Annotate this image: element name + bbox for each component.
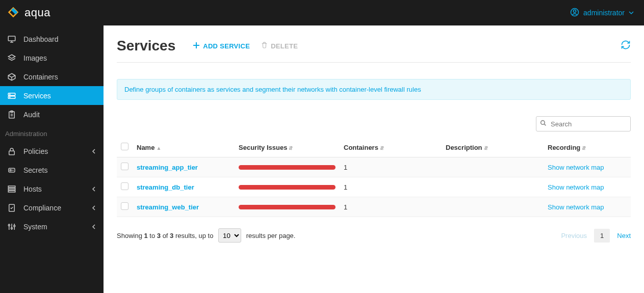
table-row: streaming_app_tier 1 Show network map [117,157,631,177]
user-avatar-icon [570,8,579,18]
page-header: Services ADD SERVICE DELETE [117,38,631,63]
security-issues-bar [239,205,336,209]
svg-point-30 [14,225,15,227]
svg-rect-17 [9,151,15,155]
sidebar-item-services[interactable]: Services [0,86,104,105]
column-header-containers[interactable]: Containers⇵ [340,138,442,157]
sidebar-item-label: Services [23,92,51,100]
description-cell [442,177,544,197]
sidebar-item-compliance[interactable]: Compliance [0,198,104,217]
services-table: Name▲ Security Issues⇵ Containers⇵ Descr… [117,138,631,217]
page-title: Services [117,38,175,54]
svg-point-11 [10,94,10,94]
service-name-link[interactable]: streaming_web_tier [137,203,199,211]
user-name: administrator [583,9,625,17]
row-checkbox[interactable] [121,202,128,210]
svg-line-34 [544,124,546,125]
svg-point-19 [10,169,11,171]
current-page-number: 1 [594,229,610,243]
main-content: Services ADD SERVICE DELETE Define group… [104,25,644,293]
chevron-left-icon [91,223,96,231]
delete-label: DELETE [271,42,298,50]
sidebar-section-admin-title: Administration [0,124,104,142]
sidebar-item-label: Compliance [23,204,61,212]
sidebar-item-images[interactable]: Images [0,48,104,67]
sliders-icon [7,222,16,231]
user-menu[interactable]: administrator [570,8,634,18]
results-per-page-select[interactable]: 10 [218,228,241,243]
service-name-link[interactable]: streaming_db_tier [137,183,194,191]
key-icon [7,166,16,175]
refresh-button[interactable] [621,40,631,51]
brand-logo-icon [7,6,19,20]
description-cell [442,197,544,217]
security-issues-bar [239,185,336,190]
pagination-summary: Showing 1 to 3 of 3 results, up to 10 re… [117,228,295,243]
column-header-name[interactable]: Name▲ [133,138,235,157]
brand-name: aqua [24,6,50,19]
search-box [536,116,631,131]
svg-point-3 [573,10,576,12]
sidebar-item-label: Images [23,54,47,62]
svg-point-12 [10,97,10,97]
sidebar-item-label: Secrets [23,166,47,174]
caret-down-icon [629,9,634,17]
previous-page-button[interactable]: Previous [561,232,587,239]
row-checkbox[interactable] [121,163,128,170]
svg-rect-22 [8,188,15,190]
sidebar-item-system[interactable]: System [0,217,104,236]
service-name-link[interactable]: streaming_app_tier [137,164,198,171]
containers-count: 1 [340,177,442,197]
svg-rect-21 [8,186,15,188]
brand: aqua [7,6,50,20]
select-all-checkbox[interactable] [121,143,128,150]
table-row: streaming_db_tier 1 Show network map [117,177,631,197]
column-header-recording[interactable]: Recording⇵ [544,138,631,157]
description-cell [442,157,544,177]
svg-point-29 [11,227,13,229]
chevron-left-icon [91,185,96,193]
table-row: streaming_web_tier 1 Show network map [117,197,631,217]
trash-icon [261,42,268,50]
row-checkbox[interactable] [121,182,128,190]
search-input[interactable] [536,116,631,131]
show-network-map-link[interactable]: Show network map [548,164,604,171]
sidebar-item-secrets[interactable]: Secrets [0,161,104,179]
search-icon [540,120,547,128]
sidebar: Dashboard Images Containers Services Aud… [0,25,104,293]
next-page-button[interactable]: Next [617,232,631,239]
sort-icon: ⇵ [582,145,586,151]
svg-rect-23 [8,191,15,192]
containers-count: 1 [340,157,442,177]
add-service-label: ADD SERVICE [203,42,250,50]
pagination-row: Showing 1 to 3 of 3 results, up to 10 re… [117,228,631,243]
chevron-left-icon [91,204,96,212]
svg-point-28 [8,224,10,226]
lock-icon [7,147,16,156]
add-service-button[interactable]: ADD SERVICE [193,42,250,50]
sidebar-item-label: Containers [23,73,58,81]
svg-point-33 [541,121,545,125]
column-header-security[interactable]: Security Issues⇵ [235,138,340,157]
sidebar-item-hosts[interactable]: Hosts [0,179,104,198]
show-network-map-link[interactable]: Show network map [548,203,604,211]
sidebar-item-dashboard[interactable]: Dashboard [0,30,104,48]
sort-icon: ⇵ [484,145,488,151]
delete-button[interactable]: DELETE [261,42,298,50]
sidebar-item-label: Dashboard [23,35,59,43]
pager: Previous 1 Next [561,229,631,243]
security-issues-bar [239,165,336,170]
sidebar-item-audit[interactable]: Audit [0,105,104,124]
column-header-description[interactable]: Description⇵ [442,138,544,157]
sidebar-item-label: Hosts [23,185,42,193]
server-icon [7,91,16,100]
svg-marker-7 [8,55,15,59]
sidebar-item-label: Audit [23,111,40,119]
sidebar-item-label: System [23,223,47,231]
clipboard-icon [7,110,16,119]
sidebar-item-containers[interactable]: Containers [0,67,104,86]
sidebar-item-policies[interactable]: Policies [0,142,104,161]
layers-icon [7,54,16,63]
sort-icon: ⇵ [289,145,293,151]
show-network-map-link[interactable]: Show network map [548,183,604,191]
